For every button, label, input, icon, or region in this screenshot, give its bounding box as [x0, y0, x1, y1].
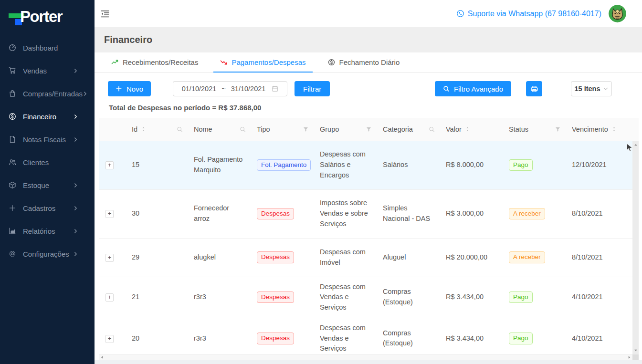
expand-row-button[interactable]: + [105, 210, 114, 218]
expand-row-button[interactable]: + [105, 335, 114, 343]
table-row[interactable]: +15Fol. Pagamento MarquitoFol. Pagamento… [99, 141, 639, 189]
cell-status: A receber [502, 238, 565, 277]
chevron-right-icon [73, 206, 78, 211]
cell-valor: R$ 20.000,00 [439, 238, 502, 277]
scroll-down-icon[interactable] [632, 347, 639, 353]
tabbar: Recebimentos/ReceitasPagamentos/Despesas… [95, 52, 642, 73]
table-row[interactable]: +30Fornecedor arrozDespesasImpostos sobr… [99, 189, 639, 238]
horizontal-scrollbar[interactable] [99, 354, 639, 360]
vertical-scrollbar[interactable] [632, 141, 639, 354]
status-tag: Pago [509, 291, 533, 303]
dollar-icon [328, 59, 335, 66]
cell-id: 21 [125, 277, 187, 318]
funnel-icon[interactable] [303, 126, 309, 132]
cell-categoria: Salários [376, 141, 439, 189]
sidebar-item-compras-entradas[interactable]: Compras/Entradas [0, 82, 95, 105]
cell-status: Pago [502, 277, 565, 318]
sidebar-nav: DashboardVendasCompras/EntradasFinanceir… [0, 36, 95, 265]
cell-tipo: Despesas [250, 238, 313, 277]
cell-tipo: Despesas [250, 318, 313, 359]
expenses-table: IdNomeTipoGrupoCategoriaValorStatusVenci… [99, 118, 639, 359]
filtro-avancado-button[interactable]: Filtro Avançado [435, 81, 511, 96]
column-header-vencimento[interactable]: Vencimento [565, 118, 639, 141]
cell-expand: + [99, 318, 125, 359]
scroll-up-icon[interactable] [632, 142, 639, 148]
sidebar-item-label: Dashboard [23, 44, 58, 52]
tab-recebimentos-receitas[interactable]: Recebimentos/Receitas [105, 52, 205, 72]
whatsapp-support-link[interactable]: Suporte via Whatsapp (67 98160-4017) [456, 10, 601, 18]
chevron-right-icon [73, 68, 78, 73]
column-header-nome[interactable]: Nome [187, 118, 250, 141]
date-range-input[interactable]: 01/10/2021 ~ 31/10/2021 [173, 81, 287, 96]
column-header-id[interactable]: Id [125, 118, 187, 141]
gear-icon [9, 250, 16, 258]
column-header-tipo[interactable]: Tipo [250, 118, 313, 141]
sorter-icon[interactable] [140, 126, 147, 132]
sidebar-item-label: Notas Fiscais [23, 135, 66, 144]
cell-nome: alugkel [187, 238, 250, 277]
sidebar-item-dashboard[interactable]: Dashboard [0, 36, 95, 59]
sidebar-item-clientes[interactable]: Clientes [0, 151, 95, 174]
sidebar-item-configuracoes[interactable]: Configurações [0, 242, 95, 265]
search-icon[interactable] [177, 126, 183, 132]
sidebar-item-estoque[interactable]: Estoque [0, 174, 95, 197]
novo-label: Novo [126, 85, 143, 93]
table-row[interactable]: +20r3r3DespesasDespesas com Vendas e Ser… [99, 318, 639, 359]
column-header-categoria[interactable]: Categoria [376, 118, 439, 141]
column-header-grupo[interactable]: Grupo [313, 118, 376, 141]
sidebar-item-cadastros[interactable]: Cadastros [0, 197, 95, 219]
sorter-icon[interactable] [464, 126, 471, 132]
sidebar-item-label: Vendas [23, 67, 47, 75]
status-tag: A receber [509, 251, 545, 263]
sidebar-item-label: Estoque [23, 181, 49, 189]
print-button[interactable] [526, 81, 542, 96]
sidebar-item-vendas[interactable]: Vendas [0, 59, 95, 82]
novo-button[interactable]: Novo [108, 81, 151, 96]
funnel-icon[interactable] [555, 126, 561, 132]
menu-fold-icon[interactable] [100, 9, 110, 19]
scroll-right-icon[interactable] [626, 354, 632, 360]
cell-status: Pago [502, 318, 565, 359]
cell-vencimento: 4/10/2021 [565, 277, 639, 318]
expand-row-button[interactable]: + [105, 254, 114, 262]
search-icon[interactable] [240, 126, 246, 132]
expand-row-button[interactable]: + [105, 161, 114, 169]
avatar[interactable] [609, 5, 626, 22]
search-icon [443, 85, 450, 92]
search-icon[interactable] [429, 126, 435, 132]
sidebar-item-label: Relatórios [23, 227, 55, 235]
file-icon [9, 135, 16, 143]
sidebar-item-label: Cadastros [23, 204, 55, 212]
filtrar-label: Filtrar [303, 85, 321, 93]
sidebar-item-relatorios[interactable]: Relatórios [0, 219, 95, 242]
filtrar-button[interactable]: Filtrar [295, 81, 330, 96]
cell-categoria: Aluguel [376, 238, 439, 277]
sidebar-item-notas-fiscais[interactable]: Notas Fiscais [0, 128, 95, 151]
column-header-valor[interactable]: Valor [439, 118, 502, 141]
chevron-right-icon [73, 137, 78, 142]
cell-id: 29 [125, 238, 187, 277]
tab-label: Fechamento Diário [339, 58, 400, 66]
expenses-table-wrap: IdNomeTipoGrupoCategoriaValorStatusVenci… [99, 118, 639, 359]
sidebar-item-financeiro[interactable]: Financeiro [0, 105, 95, 128]
status-tag: Pago [509, 333, 533, 344]
tab-label: Pagamentos/Despesas [232, 58, 305, 66]
page-size-select[interactable]: 15 Itens [571, 81, 612, 96]
sidebar-item-label: Configurações [23, 250, 69, 258]
tab-fechamento-diario[interactable]: Fechamento Diário [321, 52, 407, 72]
table-header-row: IdNomeTipoGrupoCategoriaValorStatusVenci… [99, 118, 639, 141]
column-label: Status [509, 125, 528, 133]
tab-pagamentos-despesas[interactable]: Pagamentos/Despesas [213, 52, 312, 72]
brand-name: Porter [20, 8, 62, 26]
scroll-left-icon[interactable] [99, 354, 105, 360]
sorter-icon[interactable] [611, 126, 617, 132]
column-header-status[interactable]: Status [502, 118, 565, 141]
topbar: Suporte via Whatsapp (67 98160-4017) [95, 0, 642, 27]
tipo-tag: Despesas [257, 333, 294, 344]
fall-icon [220, 59, 227, 66]
cell-status: Pago [502, 141, 565, 189]
expand-row-button[interactable]: + [105, 293, 114, 302]
table-row[interactable]: +21r3r3DespesasDespesas com Vendas e Ser… [99, 277, 639, 318]
table-row[interactable]: +29alugkelDespesasDespesas com ImóvelAlu… [99, 238, 639, 277]
funnel-icon[interactable] [366, 126, 372, 132]
